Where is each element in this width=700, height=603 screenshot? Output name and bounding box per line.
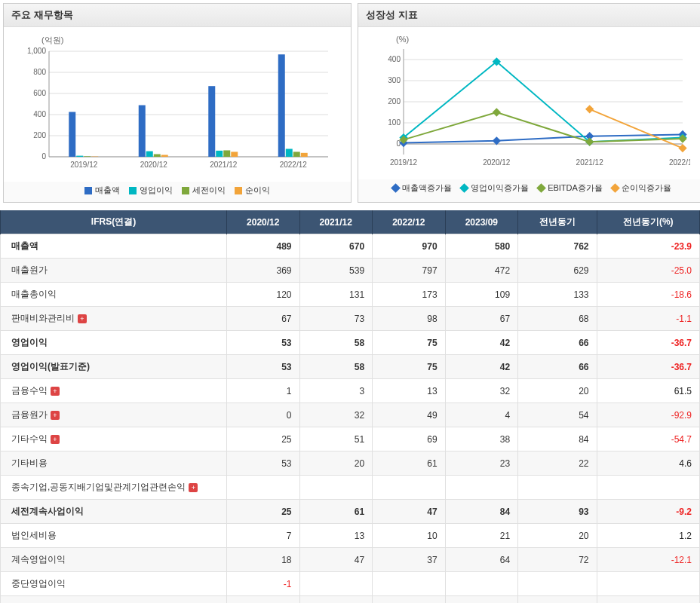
table-row: 매출총이익120131173109133-18.6 (1, 283, 700, 307)
expand-icon[interactable]: + (78, 314, 87, 323)
data-cell: 472 (445, 259, 518, 283)
expand-icon[interactable]: + (51, 435, 60, 444)
data-cell: 133 (518, 283, 597, 307)
data-cell: 539 (299, 259, 373, 283)
data-cell: 20 (518, 524, 597, 548)
table-row: 금융원가+03249454-92.9 (1, 403, 700, 427)
row-label-cell: 세전계속사업이익 (1, 500, 227, 524)
legend-label: EBITDA증가율 (548, 182, 603, 194)
line-chart-svg: 01002003004002019/122020/122021/122022/1… (373, 45, 690, 173)
data-cell: 21 (445, 524, 518, 548)
data-cell: 13 (373, 379, 446, 403)
svg-rect-20 (146, 152, 153, 157)
svg-rect-25 (216, 151, 223, 157)
data-cell: 68 (518, 307, 597, 331)
svg-rect-16 (84, 156, 91, 157)
row-label-cell: 매출총이익 (1, 283, 227, 307)
row-label-cell: 금융수익+ (1, 379, 227, 403)
data-cell: -36.7 (597, 355, 699, 379)
data-cell (518, 572, 597, 596)
expand-icon[interactable]: + (51, 411, 60, 420)
data-cell: 670 (299, 234, 373, 259)
data-cell: 67 (227, 307, 300, 331)
data-cell: 32 (299, 403, 373, 427)
legend-swatch (459, 183, 469, 193)
svg-rect-19 (139, 106, 146, 157)
data-cell: 49 (373, 403, 446, 427)
svg-text:300: 300 (388, 76, 401, 84)
legend-item: 영업이익 (129, 185, 173, 196)
svg-rect-22 (161, 155, 168, 157)
data-cell: 970 (373, 234, 446, 259)
table-header-cell: 2020/12 (227, 210, 300, 234)
svg-rect-62 (585, 105, 594, 113)
data-cell: 72 (518, 548, 597, 572)
data-cell: 18 (227, 596, 300, 604)
data-cell: 25 (227, 500, 300, 524)
data-cell: 25 (227, 427, 300, 451)
data-cell (445, 476, 518, 500)
data-cell: 10 (373, 524, 446, 548)
svg-text:2019/12: 2019/12 (70, 161, 98, 169)
data-cell: 84 (445, 500, 518, 524)
svg-rect-27 (231, 152, 238, 157)
table-row: 계속영업이익1847376472-12.1 (1, 548, 700, 572)
panel-title-right: 성장성 지표 (358, 4, 700, 27)
svg-text:2020/12: 2020/12 (140, 161, 168, 169)
legend-swatch (610, 183, 620, 193)
data-cell: 0 (227, 403, 300, 427)
data-cell: 47 (373, 500, 446, 524)
data-cell: 61.5 (597, 379, 699, 403)
row-label-cell: 당기순이익 (1, 596, 227, 604)
data-cell: -1.1 (597, 307, 699, 331)
legend-item: 순이익 (235, 185, 270, 196)
legend-label: 매출액 (95, 185, 120, 196)
data-cell: -54.7 (597, 427, 699, 451)
data-cell: 75 (373, 355, 446, 379)
data-cell: 69 (373, 427, 446, 451)
data-cell: 20 (518, 379, 597, 403)
svg-text:200: 200 (388, 97, 401, 106)
y-axis-unit-left: (억원) (41, 35, 336, 46)
y-axis-unit-right: (%) (396, 35, 690, 44)
table-row: 판매비와관리비+6773986768-1.1 (1, 307, 700, 331)
data-cell: -23.9 (597, 234, 699, 259)
legend-swatch (235, 187, 242, 194)
svg-rect-32 (301, 153, 308, 157)
data-cell: 32 (445, 379, 518, 403)
bar-chart-legend: 매출액영업이익세전이익순이익 (4, 182, 351, 202)
legend-swatch (129, 187, 137, 194)
legend-item: 매출액 (84, 185, 120, 196)
svg-text:0: 0 (41, 152, 46, 161)
legend-label: 순이익증가율 (622, 182, 671, 194)
growth-indicator-panel: 성장성 지표 (%) 01002003004002019/122020/1220… (358, 3, 700, 203)
data-cell (445, 572, 518, 596)
line-chart-area: (%) 01002003004002019/122020/122021/1220… (358, 27, 700, 179)
data-cell: 37 (373, 548, 446, 572)
table-row: 법인세비용7131021201.2 (1, 524, 700, 548)
data-cell: 22 (518, 451, 597, 476)
row-label-cell: 종속기업,공동지배기업및관계기업관련손익+ (1, 476, 227, 500)
line-chart-legend: 매출액증가율영업이익증가율EBITDA증가율순이익증가율 (358, 179, 700, 200)
svg-text:2021/12: 2021/12 (210, 161, 238, 169)
table-header-cell: 2022/12 (373, 210, 446, 234)
expand-icon[interactable]: + (189, 483, 198, 492)
data-cell: 42 (445, 355, 518, 379)
data-cell: -25.0 (597, 259, 699, 283)
table-row: 영업이익5358754266-36.7 (1, 331, 700, 355)
legend-label: 세전이익 (192, 185, 226, 196)
legend-swatch (182, 187, 189, 194)
data-cell: 489 (227, 234, 300, 259)
expand-icon[interactable]: + (51, 387, 60, 396)
data-cell: 4.6 (597, 451, 699, 476)
data-cell: 98 (373, 307, 446, 331)
data-cell: 4 (445, 403, 518, 427)
data-cell: 67 (445, 307, 518, 331)
svg-rect-63 (678, 144, 686, 152)
table-header-cell: 전년동기 (518, 210, 597, 234)
data-cell: 54 (518, 403, 597, 427)
table-body: 매출액489670970580762-23.9매출원가3695397974726… (1, 234, 700, 604)
data-cell: 797 (373, 259, 446, 283)
data-cell: 18 (227, 548, 300, 572)
data-cell: -12.1 (597, 596, 699, 604)
